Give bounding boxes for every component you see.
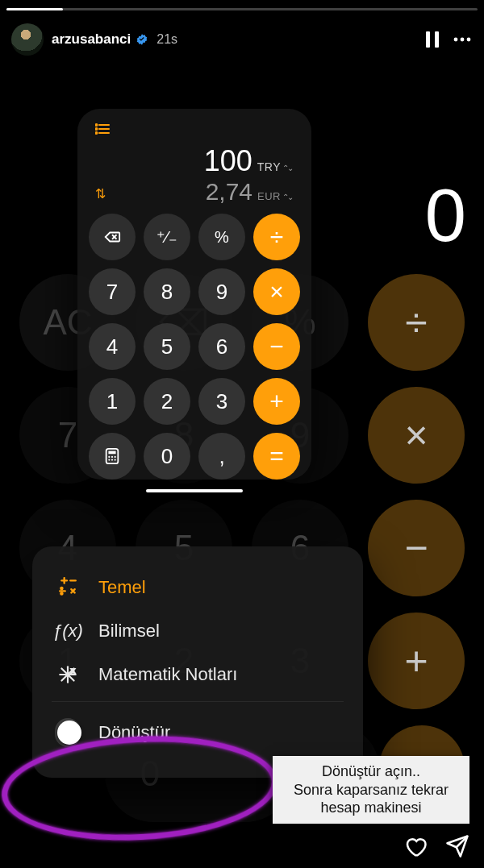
menu-label: Matematik Notları [98,664,237,685]
mini-key-percent[interactable]: % [198,214,245,260]
mini-key-9[interactable]: 9 [198,268,245,315]
bg-key-plus[interactable]: + [368,613,465,709]
mini-key-6[interactable]: 6 [198,323,245,370]
mini-key-minus[interactable]: − [253,323,300,370]
menu-label: Temel [98,577,146,598]
mini-key-divide[interactable]: ÷ [253,214,300,260]
svg-point-20 [115,459,116,460]
svg-point-19 [111,459,113,460]
home-indicator[interactable] [146,489,243,492]
convert-toggle[interactable] [55,718,81,747]
chevron-updown-icon: ⌃⌄ [282,193,292,201]
mini-key-mode[interactable] [89,433,136,480]
bg-key-divide[interactable]: ÷ [368,274,465,371]
menu-item-math-notes[interactable]: x Matematik Notları [50,653,345,696]
mini-key-4[interactable]: 4 [89,323,136,370]
menu-label: Bilimsel [98,621,160,642]
mini-key-8[interactable]: 8 [144,268,190,315]
chevron-updown-icon: ⌃⌄ [282,164,292,172]
menu-item-scientific[interactable]: ƒ(x) Bilimsel [50,609,345,653]
story-footer-actions [403,834,469,858]
history-icon[interactable] [95,123,110,138]
basic-mode-icon [55,577,81,598]
menu-item-basic[interactable]: Temel [50,566,345,609]
mini-key-plus[interactable]: + [253,378,300,425]
mini-key-2[interactable]: 2 [144,378,190,425]
note-line: Sonra kaparsanız tekrar [279,781,463,799]
svg-point-9 [96,128,98,130]
mini-key-5[interactable]: 5 [144,323,190,370]
mini-key-backspace[interactable] [89,214,136,260]
svg-point-18 [108,459,110,460]
menu-separator [52,701,344,702]
mini-main-value: 100 [204,144,252,178]
scientific-mode-icon: ƒ(x) [55,621,81,642]
svg-point-10 [96,132,98,134]
mini-sub-value: 2,74 [206,178,252,206]
mini-main-currency[interactable]: TRY⌃⌄ [257,160,292,173]
mini-key-1[interactable]: 1 [89,378,136,425]
svg-point-15 [108,456,110,458]
like-icon[interactable] [403,834,428,858]
svg-text:x: x [71,667,75,675]
bg-key-minus[interactable]: − [368,500,465,596]
svg-point-16 [111,456,113,458]
note-line: Dönüştür açın.. [279,762,463,781]
math-notes-icon: x [55,664,81,685]
mini-key-plusminus[interactable]: ⁺∕₋ [144,214,190,260]
swap-currencies-icon[interactable]: ⇅ [95,186,106,201]
bg-display-value: 0 [425,173,466,258]
share-icon[interactable] [445,834,469,858]
annotation-note: Dönüştür açın.. Sonra kaparsanız tekrar … [273,756,469,824]
mini-key-equals[interactable]: = [253,433,300,480]
mini-key-multiply[interactable]: × [253,268,300,315]
mini-key-7[interactable]: 7 [89,268,136,315]
mini-key-0[interactable]: 0 [144,433,190,480]
mini-keypad: ⁺∕₋ % ÷ 7 8 9 × 4 5 6 − 1 2 3 + 0 , = [89,214,300,480]
svg-point-27 [60,588,62,589]
mini-sub-currency[interactable]: EUR⌃⌄ [257,190,292,202]
note-line: hesap makinesi [279,799,463,817]
svg-rect-14 [108,451,115,455]
mini-key-decimal[interactable]: , [198,433,245,480]
svg-point-8 [96,124,98,126]
svg-point-17 [115,456,116,458]
mini-calculator-window[interactable]: ⇅ 100 TRY⌃⌄ 2,74 EUR⌃⌄ ⁺∕₋ % ÷ 7 8 9 × 4… [77,109,311,480]
svg-point-28 [60,593,62,595]
bg-key-multiply[interactable]: × [368,387,465,484]
mini-key-3[interactable]: 3 [198,378,245,425]
